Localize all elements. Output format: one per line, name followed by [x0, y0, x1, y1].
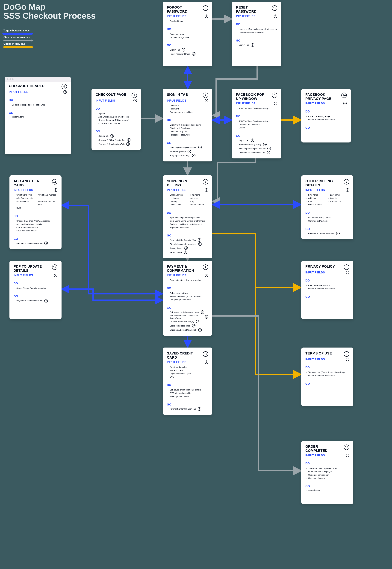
go-item-label: Reset Password Page [170, 53, 190, 55]
input-field-item: Credit card number [38, 193, 57, 200]
go-item-label: Order completed page [170, 325, 190, 327]
card-title: PRIVACY POLICY [305, 264, 335, 269]
card-4: PAYMENT & CONFIRMATION4INPUT FIELDS2Paym… [163, 261, 212, 336]
input-field-item: Email address [170, 193, 188, 197]
do-list: Select Size or Quantity to update [14, 287, 57, 290]
card-title: RESET PASSWORD [236, 5, 268, 14]
input-field-item: First name [190, 193, 208, 197]
go-ref-badge: 10 [201, 310, 204, 314]
card-6: FORGOT PASSWORD6INPUT FIELDS1Email addre… [163, 1, 212, 66]
go-label: GO [167, 403, 208, 406]
go-item-label: Go to PDP to edit Size/Qty [170, 320, 194, 323]
go-item-label: Shipping & Billing Details Tab [170, 146, 196, 149]
go-item: Payment & Confirmation Tab4 [308, 232, 349, 235]
go-item-label: Sign in Tab [239, 139, 249, 142]
go-item-label: Privacy Policy [170, 247, 182, 249]
go-item: Sign in Tab2 [170, 48, 208, 51]
card-5: FACEBOOK POP-UP WINDOW5INPUT FIELDS0'Edi… [232, 89, 281, 158]
go-label: GO [305, 295, 349, 299]
go-ref-badge: 7 [198, 242, 202, 246]
do-item: Register checkbox (guest checkout) [170, 223, 208, 226]
do-list: Go back to sssports.com (Back Shop) [9, 103, 67, 107]
card-11: ADD ANOTHER CARD11INPUT FIELDS5Credit Ca… [10, 175, 61, 249]
card-number-badge: 15 [272, 5, 277, 11]
input-fields-label: INPUT FIELDS [305, 188, 325, 192]
input-field-item: 'Edit This' from Facebook settings [239, 107, 277, 110]
do-section: DOThank the user for placed orderOrder n… [305, 462, 349, 480]
input-field-item: Last name [330, 193, 349, 197]
do-item: Thank the user for placed order [308, 467, 349, 470]
input-fields-count: 0 [346, 454, 349, 457]
input-fields-label: INPUT FIELDS [236, 15, 255, 18]
do-list: Sign inAdd Shipping & Billing AddressesR… [96, 112, 137, 125]
do-section: DOChoose Card type (Visa/Mastercard)Add … [14, 214, 57, 233]
go-item-label: Facebook Privacy Policy [239, 143, 261, 146]
input-field-item: Last name [170, 197, 188, 200]
go-item-label: Edit saved card drop-down form [170, 311, 199, 314]
card-header: CHECKOUT HEADER0INPUT FIELDS0 [9, 84, 67, 94]
go-ref-badge: 4 [44, 299, 48, 302]
input-fields-label: INPUT FIELDS [167, 188, 186, 192]
card-header: PRIVACY POLICY8INPUT FIELDS0 [305, 264, 349, 274]
do-item: Checkout as guest [170, 130, 208, 133]
input-field-item: Credit Card Type (Visa/Mastercard) [16, 193, 36, 200]
input-fields-count: 0 [274, 15, 277, 18]
go-ref-badge: 4 [336, 232, 340, 235]
do-list: Read the Privacy PolicyOpens in another … [305, 284, 349, 290]
go-ref-badge: 4 [267, 151, 270, 154]
do-list: Choose Card type (Visa/Mastercard)Add cr… [14, 219, 57, 233]
do-section: DOReset passwordGo back to Sign In tab [167, 28, 208, 39]
go-section: GOPayment & Confirmation Tab4Other billi… [167, 234, 208, 254]
input-field-item: City [308, 200, 327, 203]
go-section: GO [305, 295, 349, 299]
input-field-item: City [190, 200, 208, 203]
input-fields-count: 0 [346, 271, 349, 274]
go-item: Go to PDP to edit Size/Qty12 [170, 320, 208, 323]
go-item-label: Sign in Tab [98, 135, 109, 137]
input-field-item: Postal Code [330, 200, 349, 203]
do-item: Cancel [239, 126, 277, 130]
go-label: GO [14, 237, 57, 240]
go-item: Shipping & Billing Details Tab3 [98, 138, 137, 142]
card-title: ADD ANOTHER CARD [14, 179, 48, 187]
card-title: OTHER BILLING DETAILS [305, 179, 340, 187]
do-item: User is notified to check email address … [239, 28, 277, 34]
input-field-item: Payment method tickbox selection [170, 279, 208, 282]
go-item-label: Shipping & Billing Details Tab [170, 329, 196, 331]
card-header: OTHER BILLING DETAILS7INPUT FIELDS7 [305, 179, 349, 192]
do-section: DOGo back to sssports.com (Back Shop) [9, 98, 67, 107]
input-fields-count: 3 [205, 99, 208, 102]
input-field-item: Phone number [190, 203, 208, 207]
go-label: GO [167, 306, 208, 310]
do-item: Facebook Privacy Page [308, 115, 347, 118]
go-label: GO [167, 44, 208, 47]
go-section: GOSign in Tab2Shipping & Billing Details… [96, 130, 137, 146]
do-item: Continue to Payment [308, 219, 349, 223]
card-number-badge: 14 [341, 92, 347, 98]
do-section: DOTerms of Use (Terms & conditions) Page… [305, 366, 349, 377]
go-label: GO [96, 130, 137, 133]
go-item: Sign in Tab2 [98, 134, 137, 138]
go-ref-badge: 3 [198, 328, 202, 331]
card-header: ORDER COMPLETED13INPUT FIELDS0 [305, 445, 349, 457]
go-section: GOShipping & Billing Details Tab3Faceboo… [167, 141, 208, 157]
card-number-badge: 5 [272, 92, 277, 98]
input-fields-label: INPUT FIELDS [167, 15, 186, 18]
card-header: TERMS OF USE9INPUT FIELDS0 [305, 351, 349, 361]
go-label: GO [9, 111, 67, 115]
do-label: DO [305, 211, 349, 214]
go-ref-badge: 2 [251, 138, 254, 142]
do-list: Edit saved credit/debit card detailsCVC … [167, 388, 208, 398]
do-label: DO [167, 119, 208, 122]
go-ref-badge: 5 [188, 150, 191, 153]
do-section: DO'Edit This' from Facebook settingsCont… [236, 115, 277, 130]
go-ref-badge: 3 [127, 138, 130, 142]
go-item-label: Shipping & Billing Details Tab [98, 139, 125, 141]
go-item: Payment & Confirmation Tab4 [16, 241, 57, 245]
go-item: sssports.com [308, 489, 349, 491]
go-section: GOPayment & Confirmation Tab4 [14, 295, 57, 302]
go-label: GO [167, 234, 208, 237]
input-fields-list: First nameLast nameAddressCountryCityPos… [305, 193, 349, 207]
do-item: Sign in with Facebook [170, 127, 208, 130]
card-title: SHIPPING & BILLING [167, 179, 199, 187]
